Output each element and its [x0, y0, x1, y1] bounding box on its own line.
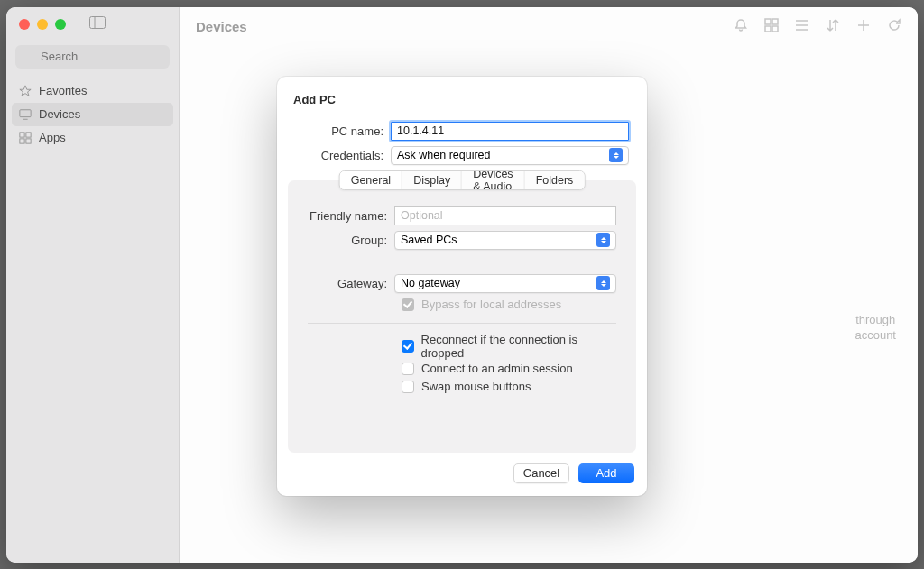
tab-general[interactable]: General [340, 171, 402, 189]
credentials-label: Credentials: [295, 149, 391, 162]
svg-rect-5 [20, 109, 31, 116]
close-window-icon[interactable] [19, 19, 30, 30]
admin-checkbox[interactable] [402, 363, 414, 375]
sidebar-list: Favorites Devices Apps [6, 78, 179, 151]
pc-name-input[interactable] [391, 122, 629, 141]
reconnect-label: Reconnect if the connection is dropped [421, 333, 616, 360]
background-hint: through account [855, 312, 896, 343]
svg-rect-14 [772, 26, 778, 32]
svg-rect-12 [772, 19, 778, 24]
general-tab-content: Friendly name: Group: Saved PCs Gateway:… [288, 180, 636, 396]
page-title: Devices [196, 19, 734, 34]
tab-folders[interactable]: Folders [525, 171, 585, 189]
dialog-title: Add PC [277, 77, 647, 119]
gateway-label: Gateway: [308, 277, 394, 290]
group-value: Saved PCs [401, 234, 457, 246]
reconnect-checkbox-row[interactable]: Reconnect if the connection is dropped [308, 333, 616, 360]
dialog-footer: Cancel Add [277, 453, 647, 496]
svg-rect-7 [20, 132, 24, 136]
swap-label: Swap mouse buttons [421, 380, 531, 393]
bell-icon[interactable] [734, 18, 748, 36]
monitor-icon [19, 108, 32, 121]
svg-rect-13 [765, 26, 771, 32]
grid-icon [19, 132, 32, 144]
list-view-icon[interactable] [795, 18, 809, 36]
cancel-button[interactable]: Cancel [513, 463, 569, 483]
swap-checkbox[interactable] [402, 381, 414, 393]
sidebar: Favorites Devices Apps [6, 7, 180, 563]
grid-view-icon[interactable] [764, 18, 779, 36]
svg-rect-0 [90, 16, 106, 28]
reconnect-checkbox[interactable] [402, 340, 414, 353]
sidebar-item-favorites[interactable]: Favorites [12, 79, 173, 103]
bypass-checkbox [402, 298, 414, 311]
chevron-updown-icon [596, 233, 610, 247]
refresh-icon[interactable] [887, 18, 901, 36]
window-controls [6, 7, 179, 41]
star-icon [19, 85, 32, 97]
add-pc-dialog: Add PC PC name: Credentials: Ask when re… [277, 77, 647, 496]
svg-rect-8 [26, 132, 31, 136]
app-window: Favorites Devices Apps Devices [6, 7, 918, 563]
tab-devices-audio[interactable]: Devices & Audio [462, 171, 524, 189]
gateway-value: No gateway [401, 277, 460, 289]
group-select[interactable]: Saved PCs [394, 231, 616, 250]
svg-rect-9 [20, 138, 24, 142]
sidebar-item-devices[interactable]: Devices [12, 103, 173, 126]
sidebar-item-label: Devices [39, 107, 80, 121]
search-input[interactable] [15, 45, 170, 69]
friendly-name-input[interactable] [394, 206, 616, 225]
credentials-select[interactable]: Ask when required [391, 146, 629, 165]
sidebar-toggle-icon[interactable] [89, 16, 106, 32]
swap-checkbox-row[interactable]: Swap mouse buttons [308, 378, 616, 396]
friendly-name-label: Friendly name: [308, 209, 394, 223]
toolbar: Devices [180, 7, 918, 47]
bypass-label: Bypass for local addresses [421, 298, 561, 311]
chevron-updown-icon [609, 148, 623, 162]
sidebar-item-apps[interactable]: Apps [12, 126, 173, 150]
sidebar-item-label: Apps [39, 131, 66, 144]
divider [308, 323, 616, 324]
fullscreen-window-icon[interactable] [55, 19, 66, 30]
add-button[interactable]: Add [578, 463, 634, 483]
divider [308, 262, 616, 262]
search-container [6, 41, 179, 78]
tab-bar: General Display Devices & Audio Folders [339, 170, 586, 190]
minimize-window-icon[interactable] [37, 19, 48, 30]
toolbar-actions [734, 18, 901, 36]
admin-label: Connect to an admin session [421, 362, 573, 375]
tab-display[interactable]: Display [402, 171, 462, 189]
admin-checkbox-row[interactable]: Connect to an admin session [308, 360, 616, 378]
pc-name-label: PC name: [295, 124, 391, 138]
credentials-value: Ask when required [397, 149, 491, 161]
sidebar-item-label: Favorites [39, 84, 87, 97]
svg-marker-4 [20, 85, 31, 95]
tab-panel: General Display Devices & Audio Folders … [288, 180, 636, 453]
svg-rect-11 [765, 19, 771, 24]
add-icon[interactable] [856, 18, 871, 36]
chevron-updown-icon [596, 276, 610, 290]
gateway-select[interactable]: No gateway [394, 274, 616, 293]
group-label: Group: [308, 234, 394, 247]
svg-rect-10 [26, 138, 31, 142]
bypass-checkbox-row: Bypass for local addresses [308, 296, 616, 314]
sort-icon[interactable] [826, 18, 840, 36]
